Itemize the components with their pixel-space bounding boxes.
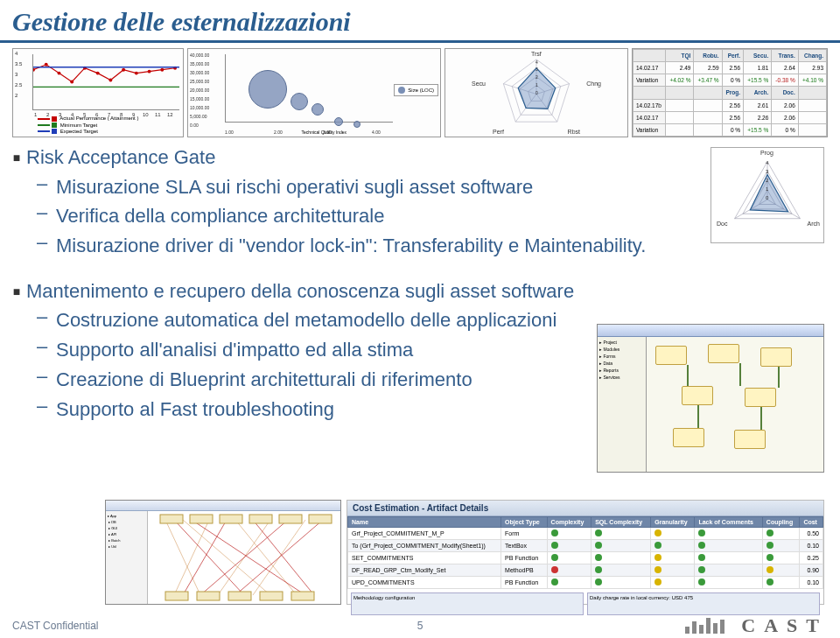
- svg-rect-45: [190, 515, 213, 523]
- panel-title: Cost Estimation - Artifact Details: [347, 501, 823, 516]
- radar-chart-5axes: Trsf Chng Rbst Perf Secu 4 3 2 1 0: [444, 48, 628, 137]
- svg-point-0: [33, 68, 35, 72]
- diagram-canvas: [647, 337, 823, 472]
- svg-point-9: [148, 70, 151, 74]
- cost-estimation-panel: Cost Estimation - Artifact Details NameO…: [346, 500, 824, 605]
- svg-line-39: [183, 520, 227, 595]
- title-bar: Gestione delle esternalizzazioni: [0, 0, 840, 43]
- bullet-text: Verifica della compliance architetturale: [56, 203, 822, 229]
- bubble: [334, 117, 343, 126]
- svg-line-32: [165, 520, 200, 595]
- rate-box: Daily charge rate in local currency: USD…: [587, 592, 820, 615]
- svg-rect-44: [160, 515, 183, 523]
- bottom-area: ▸ App ▸ DB ▸ GUI ▸ API ▸ Batch ▸ Util: [105, 500, 824, 605]
- footer: CAST Confidential 5 CAST: [0, 613, 840, 638]
- svg-line-33: [183, 520, 270, 595]
- legend: Actual Performance ( Attainment ) Minimu…: [38, 116, 138, 135]
- top-chart-strip: 4 3.5 3 2.5 2 1 2 3 4 5 6 7 8 9 10 11 12…: [0, 43, 840, 139]
- page-number: 5: [417, 620, 424, 632]
- sla-line-chart: 4 3.5 3 2.5 2 1 2 3 4 5 6 7 8 9 10 11 12…: [12, 48, 184, 137]
- svg-point-8: [135, 72, 138, 75]
- svg-rect-49: [309, 515, 332, 523]
- svg-point-7: [122, 68, 125, 72]
- bubble: [312, 103, 324, 116]
- svg-point-1: [45, 63, 48, 67]
- svg-rect-53: [260, 592, 283, 600]
- ytick: 2: [15, 93, 18, 98]
- x-axis-label: Technical Quality Index: [302, 130, 346, 135]
- window-titlebar: [598, 325, 823, 337]
- bubble: [290, 93, 308, 110]
- svg-point-5: [96, 72, 100, 75]
- section-heading: Mantenimento e recupero della conoscenza…: [26, 278, 822, 305]
- metamodel-screenshot: ▸ Project▸ Modules▸ Forms▸ Data▸ Reports…: [597, 324, 824, 473]
- svg-rect-46: [220, 515, 242, 523]
- svg-point-3: [70, 80, 74, 83]
- ytick: 4: [15, 51, 18, 56]
- ytick: 3: [15, 72, 18, 77]
- svg-point-2: [58, 72, 61, 75]
- line-svg: [33, 54, 179, 101]
- cost-table: NameObject Type ComplexitySQL Complexity…: [347, 516, 823, 589]
- window-titlebar: [106, 501, 340, 511]
- tree-panel: ▸ Project▸ Modules▸ Forms▸ Data▸ Reports…: [598, 337, 647, 472]
- svg-rect-52: [228, 592, 251, 600]
- svg-point-10: [160, 68, 164, 72]
- footer-confidential: CAST Confidential: [12, 620, 99, 632]
- graph-canvas: [148, 511, 340, 604]
- footer-bars-icon: [685, 618, 724, 634]
- bullet-text: Misurazione SLA sui rischi operativi sug…: [56, 174, 822, 200]
- bullet-text: Misurazione driver di "vendor lock-in": …: [56, 233, 822, 259]
- svg-point-6: [108, 79, 112, 82]
- svg-rect-50: [165, 592, 188, 600]
- square-bullet-icon: ■: [7, 278, 26, 305]
- dependency-graph-screenshot: ▸ App ▸ DB ▸ GUI ▸ API ▸ Batch ▸ Util: [105, 500, 341, 605]
- svg-rect-54: [291, 592, 314, 600]
- svg-line-40: [200, 520, 288, 595]
- bubble: [354, 121, 360, 128]
- svg-marker-31: [750, 175, 788, 212]
- debt-bubble-chart: 40,000.00 35,000.00 30,000.00 25,000.00 …: [187, 48, 441, 137]
- plot-area: [32, 54, 179, 110]
- svg-line-41: [253, 520, 314, 595]
- radar-chart-3axes: Prog Arch Doc 4 3 2 1 0: [710, 147, 824, 243]
- bullet-l1: ■ Mantenimento e recupero della conoscen…: [7, 278, 822, 305]
- ytick: 2.5: [15, 82, 22, 88]
- ytick: 3.5: [15, 61, 22, 67]
- svg-line-34: [174, 520, 209, 595]
- square-bullet-icon: ■: [7, 144, 26, 171]
- page-title: Gestione delle esternalizzazioni: [12, 7, 828, 37]
- plot-area: [225, 54, 393, 123]
- bullet-l1: ■ Risk Acceptance Gate: [7, 144, 822, 171]
- section-heading: Risk Acceptance Gate: [26, 144, 822, 171]
- metrics-table: TQIRobu.Perf.Secu.Trans.Chang. 14.02.172…: [632, 48, 828, 137]
- svg-rect-47: [249, 515, 272, 523]
- config-box: Methodology configuration: [351, 592, 584, 615]
- svg-rect-48: [279, 515, 302, 523]
- bubble: [248, 70, 287, 109]
- size-legend: Size (LOC): [394, 84, 438, 96]
- footer-logo: CAST: [741, 614, 828, 637]
- svg-rect-51: [197, 592, 220, 600]
- tree-panel: ▸ App ▸ DB ▸ GUI ▸ API ▸ Batch ▸ Util: [106, 511, 148, 604]
